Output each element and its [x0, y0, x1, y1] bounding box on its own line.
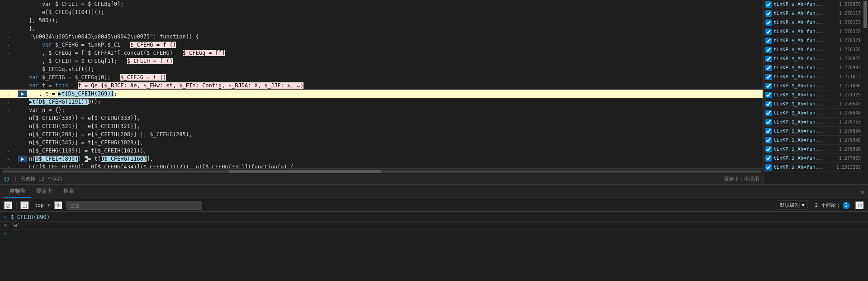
- console-tab-覆盖率[interactable]: 覆盖率: [31, 186, 58, 198]
- level-select[interactable]: 默认级别 ▼: [777, 200, 808, 210]
- code-line: -n[$_CFEIH(345)] = t[$_CFEHG(1028)],: [0, 138, 763, 147]
- breakpoint-line: 1:271329: [839, 92, 861, 97]
- line-code-content: e[$_CFECg(1104)]();: [27, 9, 763, 15]
- breakpoint-checkbox[interactable]: [765, 74, 772, 80]
- h-scrollbar-thumb[interactable]: [229, 170, 381, 173]
- console-prompt: >: [4, 214, 7, 220]
- console-entry[interactable]: >: [0, 230, 868, 238]
- right-panel-item[interactable]: tLnKP.$_Ah=fun...1:271329: [764, 90, 863, 100]
- breakpoint-name: tLnKP.$_Ah=fun...: [773, 137, 837, 143]
- code-line: -▶n[D$_CFEIH(890)] ▶= t[D$_CFEHG(1160)],: [0, 155, 763, 163]
- console-tab-搜索[interactable]: 搜索: [58, 186, 80, 198]
- breakpoint-checkbox[interactable]: [765, 101, 772, 107]
- line-gutter: -: [0, 99, 18, 105]
- line-gutter: -: [0, 10, 18, 15]
- level-dropdown-icon: ▼: [802, 202, 805, 208]
- breakpoint-line: 1:276945: [839, 138, 861, 143]
- breakpoint-name: tLnKP.$_Ah=fun...: [773, 19, 837, 25]
- line-gutter: -: [0, 67, 18, 72]
- breakpoint-checkbox[interactable]: [765, 92, 772, 98]
- breakpoint-checkbox[interactable]: [765, 10, 772, 17]
- console-tabs: 控制台覆盖率搜索✕: [0, 185, 868, 199]
- breakpoint-line: 1:277069: [839, 156, 861, 161]
- right-panel-item[interactable]: tLnKP.$_Ah=fun...1:270993: [764, 63, 863, 72]
- console-tab-控制台[interactable]: 控制台: [4, 186, 31, 198]
- code-line: - e[$_CFECg(1104)]();: [0, 8, 763, 16]
- right-panel-item[interactable]: tLnKP.$_Ah=fun...1:270117: [764, 9, 863, 18]
- breakpoint-checkbox[interactable]: [765, 119, 772, 125]
- right-panel-item[interactable]: tLnKP.$_Ah=fun...1:276998: [764, 145, 863, 154]
- line-gutter: -: [0, 107, 18, 113]
- right-panel-item[interactable]: tLnKP.$_Ah=fun...1:270825: [764, 54, 863, 63]
- horizontal-scrollbar[interactable]: [0, 168, 763, 174]
- right-panel-item[interactable]: tLnKP.$_Ah=fun...1:270321: [764, 36, 863, 45]
- right-panel-item[interactable]: tLnKP.$_Ah=fun...1:276753: [764, 118, 863, 127]
- issues-count-badge: 2: [843, 202, 850, 209]
- breakpoint-name: tLnKP.$_Ah=fun...: [773, 1, 837, 7]
- breakpoint-line: 1:270376: [839, 47, 861, 52]
- filter-input[interactable]: [66, 201, 202, 210]
- code-line: -}, 500));: [0, 16, 763, 24]
- line-gutter: -: [0, 26, 18, 32]
- breakpoint-name: tLnKP.$_Ah=fun...: [773, 56, 837, 62]
- top-level-dropdown: top: [35, 202, 44, 208]
- right-panel-item[interactable]: tLnKP.$_Ah=fun...1:270376: [764, 45, 863, 54]
- line-gutter: -: [0, 164, 18, 169]
- issues-count: 2: [845, 203, 848, 208]
- breakpoint-line: 1:276753: [839, 119, 861, 124]
- right-panel-item[interactable]: tLnKP.$_Ah=fun...1:270070: [764, 0, 863, 9]
- coverage-status: 覆盖率：不适用: [724, 176, 759, 182]
- code-line: -n[$_CFEHG(333)] = e[$_CFEHG(333)],: [0, 114, 763, 122]
- right-panel-item[interactable]: tLnKP.$_Ah=fun...1:277069: [764, 154, 863, 163]
- breakpoint-line: 1:271013: [839, 74, 861, 79]
- right-panel-item[interactable]: tLnKP.$_Ah=fun...1:276648: [764, 109, 863, 118]
- line-gutter: -: [0, 34, 18, 40]
- breakpoint-checkbox[interactable]: [765, 1, 772, 8]
- right-panel-item[interactable]: tLnKP.$_Ah=fun...1:270222: [764, 27, 863, 36]
- vertical-scrollbar[interactable]: [863, 0, 868, 184]
- console-panel: 控制台覆盖率搜索✕ ⊘ ⊡ top ▼ 👁 默认级别 ▼ 2 个问题： 2 ⚙: [0, 184, 868, 281]
- right-panel-item[interactable]: tLnKP.$_Ah=fun...1:276543: [764, 100, 863, 109]
- breakpoint-checkbox[interactable]: [765, 29, 772, 35]
- console-close-button[interactable]: ✕: [861, 188, 864, 195]
- console-toolbar: ⊘ ⊡ top ▼ 👁 默认级别 ▼ 2 个问题： 2 ⚙: [0, 199, 868, 212]
- code-line: -L(t[$_CFEIH(369)], R[$_CFEHG(434)]($_CF…: [0, 163, 763, 168]
- breakpoint-checkbox[interactable]: [765, 137, 772, 143]
- breakpoint-checkbox[interactable]: [765, 19, 772, 26]
- breakpoint-checkbox[interactable]: [765, 164, 772, 171]
- breakpoint-checkbox[interactable]: [765, 83, 772, 89]
- breakpoint-checkbox[interactable]: [765, 47, 772, 53]
- top-dropdown-arrow[interactable]: ▼: [47, 203, 50, 208]
- line-code-content: var t = this t = Qe {$_BJCE: Ae, $_EHw: …: [27, 82, 763, 89]
- right-panel-item[interactable]: tLnKP.$_Ah=fun...1:1313292: [764, 163, 863, 172]
- breakpoint-name: tLnKP.$_Ah=fun...: [773, 65, 837, 71]
- right-panel-item[interactable]: tLnKP.$_Ah=fun...1:276834: [764, 127, 863, 136]
- line-arrow: ▶: [18, 90, 27, 97]
- settings-gear-button[interactable]: ⚙: [855, 201, 864, 210]
- right-panel-item[interactable]: tLnKP.$_Ah=fun...1:276945: [764, 136, 863, 145]
- code-line: -n[$_CFEIH(208)] = e[$_CFEIH(208)] || $_…: [0, 130, 763, 138]
- console-clear-button[interactable]: ⊘: [4, 201, 13, 210]
- breakpoint-checkbox[interactable]: [765, 128, 772, 134]
- line-code-content: n[D$_CFEIH(890)] ▶= t[D$_CFEHG(1160)],: [27, 156, 763, 162]
- breakpoint-checkbox[interactable]: [765, 146, 772, 152]
- line-gutter: -: [0, 18, 18, 24]
- right-panel-item[interactable]: tLnKP.$_Ah=fun...1:270172: [764, 18, 863, 27]
- breakpoint-line: 1:270321: [839, 38, 861, 43]
- eye-icon-button[interactable]: 👁: [54, 201, 63, 210]
- line-gutter: -: [0, 148, 18, 154]
- right-panel-item[interactable]: tLnKP.$_Ah=fun...1:271086: [764, 81, 863, 90]
- filter-toggle-button[interactable]: ⊡: [20, 201, 29, 210]
- line-gutter: -: [0, 1, 18, 7]
- breakpoint-checkbox[interactable]: [765, 110, 772, 116]
- level-label: 默认级别: [780, 202, 800, 209]
- breakpoint-checkbox[interactable]: [765, 56, 772, 62]
- right-panel-item[interactable]: tLnKP.$_Ah=fun...1:271013: [764, 72, 863, 81]
- breakpoint-name: tLnKP.$_Ah=fun...: [773, 92, 837, 98]
- breakpoint-checkbox[interactable]: [765, 38, 772, 44]
- breakpoint-checkbox[interactable]: [765, 155, 772, 162]
- curly-brace-icon: {}: [4, 176, 9, 182]
- h-scrollbar-track[interactable]: [2, 170, 761, 173]
- breakpoint-checkbox[interactable]: [765, 65, 772, 71]
- v-scrollbar-thumb[interactable]: [863, 1, 867, 28]
